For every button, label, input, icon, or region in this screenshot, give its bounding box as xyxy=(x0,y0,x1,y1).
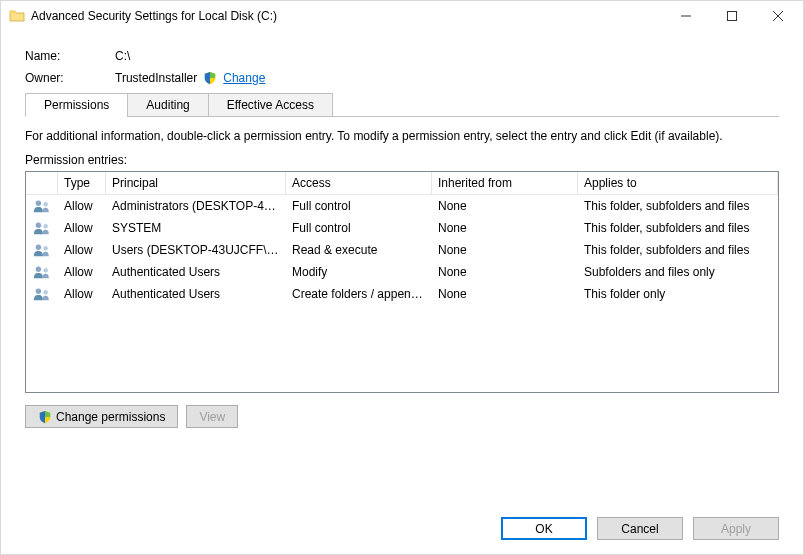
cell-inherited: None xyxy=(432,197,578,215)
svg-point-9 xyxy=(36,289,41,294)
column-header-type[interactable]: Type xyxy=(58,172,106,195)
svg-point-2 xyxy=(43,202,48,207)
owner-label: Owner: xyxy=(25,71,115,85)
cancel-button[interactable]: Cancel xyxy=(597,517,683,540)
apply-button[interactable]: Apply xyxy=(693,517,779,540)
cell-type: Allow xyxy=(58,241,106,259)
cell-principal: Authenticated Users xyxy=(106,285,286,303)
column-header-row: Type Principal Access Inherited from App… xyxy=(26,172,778,195)
cell-principal: Authenticated Users xyxy=(106,263,286,281)
cell-access: Read & execute xyxy=(286,241,432,259)
cell-type: Allow xyxy=(58,285,106,303)
tab-panel: For additional information, double-click… xyxy=(25,117,779,428)
lower-buttons: Change permissions View xyxy=(25,405,779,428)
name-value: C:\ xyxy=(115,49,130,63)
cell-access: Full control xyxy=(286,219,432,237)
table-row[interactable]: AllowAuthenticated UsersModifyNoneSubfol… xyxy=(26,261,778,283)
cell-applies: This folder, subfolders and files xyxy=(578,241,778,259)
cell-access: Modify xyxy=(286,263,432,281)
cell-principal: Administrators (DESKTOP-43U… xyxy=(106,197,286,215)
users-icon xyxy=(26,239,58,261)
owner-value: TrustedInstaller xyxy=(115,71,197,85)
cell-applies: This folder, subfolders and files xyxy=(578,219,778,237)
users-icon xyxy=(26,195,58,217)
window: Advanced Security Settings for Local Dis… xyxy=(0,0,804,555)
svg-point-5 xyxy=(36,245,41,250)
name-label: Name: xyxy=(25,49,115,63)
column-header-icon[interactable] xyxy=(26,172,58,195)
users-icon xyxy=(26,261,58,283)
change-owner-link[interactable]: Change xyxy=(223,71,265,85)
owner-row: Owner: TrustedInstaller Change xyxy=(25,71,779,85)
content-area: Name: C:\ Owner: TrustedInstaller Change… xyxy=(1,31,803,554)
ok-button[interactable]: OK xyxy=(501,517,587,540)
svg-point-8 xyxy=(43,268,48,273)
svg-point-3 xyxy=(36,223,41,228)
table-row[interactable]: AllowUsers (DESKTOP-43UJCFF\Use…Read & e… xyxy=(26,239,778,261)
svg-point-4 xyxy=(43,224,48,229)
tab-permissions[interactable]: Permissions xyxy=(25,93,128,117)
tabset: Permissions Auditing Effective Access xyxy=(25,93,779,117)
users-icon xyxy=(26,283,58,305)
column-header-inherited[interactable]: Inherited from xyxy=(432,172,578,195)
svg-point-10 xyxy=(43,290,48,295)
cell-inherited: None xyxy=(432,219,578,237)
view-button[interactable]: View xyxy=(186,405,238,428)
cell-access: Create folders / appen… xyxy=(286,285,432,303)
table-row[interactable]: AllowAuthenticated UsersCreate folders /… xyxy=(26,283,778,305)
info-text: For additional information, double-click… xyxy=(25,129,779,143)
cell-principal: SYSTEM xyxy=(106,219,286,237)
cell-inherited: None xyxy=(432,241,578,259)
cell-type: Allow xyxy=(58,197,106,215)
column-header-principal[interactable]: Principal xyxy=(106,172,286,195)
svg-point-1 xyxy=(36,201,41,206)
change-permissions-label: Change permissions xyxy=(56,410,165,424)
cell-applies: This folder only xyxy=(578,285,778,303)
footer-buttons: OK Cancel Apply xyxy=(501,517,779,540)
svg-point-7 xyxy=(36,267,41,272)
table-row[interactable]: AllowSYSTEMFull controlNoneThis folder, … xyxy=(26,217,778,239)
cell-access: Full control xyxy=(286,197,432,215)
titlebar: Advanced Security Settings for Local Dis… xyxy=(1,1,803,31)
permission-rows: AllowAdministrators (DESKTOP-43U…Full co… xyxy=(26,195,778,305)
close-button[interactable] xyxy=(755,1,801,31)
window-controls xyxy=(663,1,801,31)
cell-inherited: None xyxy=(432,263,578,281)
change-permissions-button[interactable]: Change permissions xyxy=(25,405,178,428)
shield-icon xyxy=(38,410,52,424)
cell-applies: This folder, subfolders and files xyxy=(578,197,778,215)
svg-point-6 xyxy=(43,246,48,251)
permission-list: Type Principal Access Inherited from App… xyxy=(25,171,779,393)
cell-applies: Subfolders and files only xyxy=(578,263,778,281)
shield-icon xyxy=(203,71,217,85)
tab-auditing[interactable]: Auditing xyxy=(127,93,208,117)
cell-type: Allow xyxy=(58,263,106,281)
table-row[interactable]: AllowAdministrators (DESKTOP-43U…Full co… xyxy=(26,195,778,217)
cell-type: Allow xyxy=(58,219,106,237)
column-header-access[interactable]: Access xyxy=(286,172,432,195)
folder-icon xyxy=(9,8,25,24)
svg-rect-0 xyxy=(728,12,737,21)
maximize-button[interactable] xyxy=(709,1,755,31)
users-icon xyxy=(26,217,58,239)
window-title: Advanced Security Settings for Local Dis… xyxy=(31,9,663,23)
name-row: Name: C:\ xyxy=(25,49,779,63)
entries-label: Permission entries: xyxy=(25,153,779,167)
column-header-applies[interactable]: Applies to xyxy=(578,172,778,195)
minimize-button[interactable] xyxy=(663,1,709,31)
tab-effective-access[interactable]: Effective Access xyxy=(208,93,333,117)
cell-inherited: None xyxy=(432,285,578,303)
cell-principal: Users (DESKTOP-43UJCFF\Use… xyxy=(106,241,286,259)
